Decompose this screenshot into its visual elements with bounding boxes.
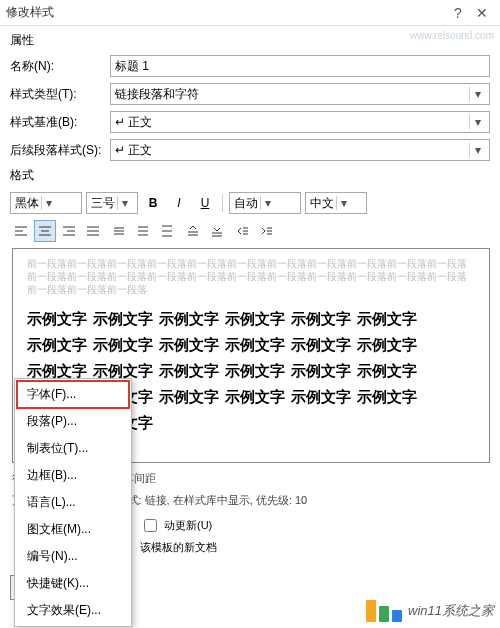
menu-frame[interactable]: 图文框(M)... bbox=[17, 516, 129, 543]
line-spacing-15-button[interactable] bbox=[132, 220, 154, 242]
menu-texteffect[interactable]: 文字效果(E)... bbox=[17, 597, 129, 624]
preview-sample-text: 示例文字 bbox=[291, 306, 357, 332]
preview-sample-text: 示例文字 bbox=[291, 384, 357, 410]
chevron-down-icon: ▾ bbox=[336, 196, 350, 210]
basedon-combo[interactable]: ↵ 正文 ▾ bbox=[110, 111, 490, 133]
preview-sample-text: 示例文字 bbox=[93, 306, 159, 332]
type-label: 样式类型(T): bbox=[10, 86, 110, 103]
underline-button[interactable]: U bbox=[194, 192, 216, 214]
help-button[interactable]: ? bbox=[446, 5, 470, 21]
line-spacing-1-button[interactable] bbox=[108, 220, 130, 242]
chevron-down-icon: ▾ bbox=[469, 143, 485, 157]
chevron-down-icon: ▾ bbox=[469, 115, 485, 129]
format-context-menu: 字体(F)... 段落(P)... 制表位(T)... 边框(B)... 语言(… bbox=[14, 378, 132, 627]
space-before-dec-button[interactable] bbox=[206, 220, 228, 242]
preview-prev-paragraph: 前一段落前一段落前一段落前一段落前一段落前一段落前一段落前一段落前一段落前一段落… bbox=[27, 257, 475, 296]
preview-sample-text: 示例文字 bbox=[291, 332, 357, 358]
basedon-label: 样式基准(B): bbox=[10, 114, 110, 131]
align-left-button[interactable] bbox=[10, 220, 32, 242]
font-size-select[interactable]: 三号 ▾ bbox=[86, 192, 138, 214]
watermark-text: win11系统之家 bbox=[408, 602, 494, 620]
indent-increase-button[interactable] bbox=[256, 220, 278, 242]
watermark-logo-icon bbox=[366, 600, 402, 622]
space-before-inc-button[interactable] bbox=[182, 220, 204, 242]
preview-sample-text: 示例文字 bbox=[357, 358, 423, 384]
align-justify-button[interactable] bbox=[82, 220, 104, 242]
close-button[interactable]: ✕ bbox=[470, 5, 494, 21]
window-title: 修改样式 bbox=[6, 4, 446, 21]
preview-sample-text: 示例文字 bbox=[357, 384, 423, 410]
font-name-select[interactable]: 黑体 ▾ bbox=[10, 192, 82, 214]
chevron-down-icon: ▾ bbox=[469, 87, 485, 101]
format-toolbar: 黑体 ▾ 三号 ▾ B I U 自动 ▾ 中文 ▾ bbox=[0, 188, 500, 218]
menu-language[interactable]: 语言(L)... bbox=[17, 489, 129, 516]
auto-update-row: 动更新(U) bbox=[140, 516, 212, 535]
chevron-down-icon: ▾ bbox=[41, 196, 55, 210]
preview-sample-text: 示例文字 bbox=[93, 332, 159, 358]
auto-update-label: 动更新(U) bbox=[164, 518, 212, 533]
preview-sample-text: 示例文字 bbox=[225, 358, 291, 384]
preview-sample-text: 示例文字 bbox=[357, 306, 423, 332]
italic-button[interactable]: I bbox=[168, 192, 190, 214]
preview-sample-text: 示例文字 bbox=[27, 332, 93, 358]
name-label: 名称(N): bbox=[10, 58, 110, 75]
preview-sample-text: 示例文字 bbox=[159, 306, 225, 332]
watermark: win11系统之家 bbox=[366, 600, 494, 622]
chevron-down-icon: ▾ bbox=[117, 196, 131, 210]
chevron-down-icon: ▾ bbox=[260, 196, 274, 210]
preview-sample-text: 示例文字 bbox=[225, 384, 291, 410]
section-format: 格式 bbox=[10, 167, 500, 184]
preview-sample-text: 示例文字 bbox=[225, 332, 291, 358]
preview-sample-text: 示例文字 bbox=[225, 306, 291, 332]
menu-shortcut[interactable]: 快捷键(K)... bbox=[17, 570, 129, 597]
following-label: 后续段落样式(S): bbox=[10, 142, 110, 159]
bold-button[interactable]: B bbox=[142, 192, 164, 214]
template-label: 该模板的新文档 bbox=[140, 540, 217, 555]
name-input[interactable] bbox=[110, 55, 490, 77]
preview-sample-text: 示例文字 bbox=[357, 332, 423, 358]
menu-numbering[interactable]: 编号(N)... bbox=[17, 543, 129, 570]
menu-tabs[interactable]: 制表位(T)... bbox=[17, 435, 129, 462]
preview-sample-text: 示例文字 bbox=[159, 358, 225, 384]
preview-sample-text: 示例文字 bbox=[291, 358, 357, 384]
menu-font[interactable]: 字体(F)... bbox=[17, 381, 129, 408]
watermark-url: www.relsound.com bbox=[410, 30, 494, 41]
menu-paragraph[interactable]: 段落(P)... bbox=[17, 408, 129, 435]
properties-form: 名称(N): 样式类型(T): 链接段落和字符 ▾ 样式基准(B): ↵ 正文 … bbox=[0, 55, 500, 161]
titlebar: 修改样式 ? ✕ bbox=[0, 0, 500, 26]
align-center-button[interactable] bbox=[34, 220, 56, 242]
font-color-select[interactable]: 自动 ▾ bbox=[229, 192, 301, 214]
separator bbox=[222, 194, 223, 212]
indent-decrease-button[interactable] bbox=[232, 220, 254, 242]
line-spacing-2-button[interactable] bbox=[156, 220, 178, 242]
following-combo[interactable]: ↵ 正文 ▾ bbox=[110, 139, 490, 161]
preview-sample-text: 示例文字 bbox=[27, 306, 93, 332]
align-right-button[interactable] bbox=[58, 220, 80, 242]
type-combo[interactable]: 链接段落和字符 ▾ bbox=[110, 83, 490, 105]
preview-sample-text: 示例文字 bbox=[159, 384, 225, 410]
script-select[interactable]: 中文 ▾ bbox=[305, 192, 367, 214]
menu-border[interactable]: 边框(B)... bbox=[17, 462, 129, 489]
auto-update-checkbox[interactable] bbox=[144, 519, 157, 532]
paragraph-toolbar bbox=[0, 218, 500, 248]
template-row: 该模板的新文档 bbox=[140, 540, 217, 555]
preview-sample-text: 示例文字 bbox=[159, 332, 225, 358]
